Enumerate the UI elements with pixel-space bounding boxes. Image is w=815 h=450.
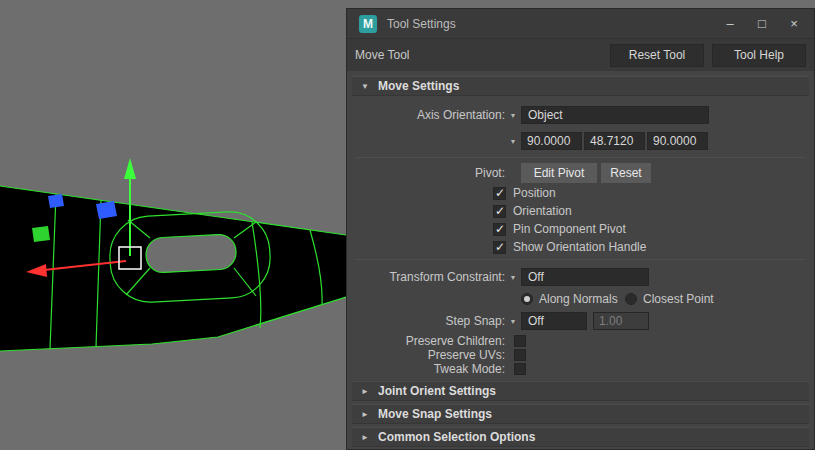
transform-constraint-select[interactable]: Off	[521, 268, 649, 286]
position-option-row: Position	[347, 184, 814, 202]
orientation-values-row: ▼	[347, 128, 814, 154]
along-normals-label: Along Normals	[539, 292, 618, 306]
axis-orientation-select[interactable]: Object	[521, 106, 709, 124]
preserve-uvs-row: Preserve UVs:	[347, 348, 814, 362]
constraint-mode-row: Along Normals Closest Point	[347, 290, 814, 308]
orient-y-field[interactable]	[584, 132, 645, 150]
pivot-row: Pivot: Edit Pivot Reset	[347, 162, 814, 184]
step-snap-increment-field	[593, 312, 649, 330]
axis-orientation-row: Axis Orientation: ▼ Object	[347, 102, 814, 128]
section-label-common-selection: Common Selection Options	[378, 430, 535, 444]
tweak-mode-row: Tweak Mode:	[347, 362, 814, 376]
axis-orientation-dropdown-icon[interactable]: ▼	[505, 112, 521, 119]
collapse-closed-icon[interactable]: ►	[352, 387, 378, 396]
position-checkbox[interactable]	[493, 187, 506, 200]
step-snap-select[interactable]: Off	[521, 312, 587, 330]
orientation-checkbox[interactable]	[493, 205, 506, 218]
maximize-button[interactable]: □	[746, 12, 778, 36]
preserve-children-label: Preserve Children:	[347, 334, 505, 348]
step-snap-label: Step Snap:	[347, 314, 505, 328]
tool-header-bar: Move Tool Reset Tool Tool Help	[347, 39, 814, 71]
minimize-button[interactable]: –	[714, 12, 746, 36]
position-label: Position	[513, 186, 556, 200]
show-orientation-handle-checkbox[interactable]	[493, 241, 506, 254]
window-title: Tool Settings	[387, 17, 456, 31]
collapse-open-icon[interactable]: ▼	[352, 82, 378, 91]
collapse-closed-icon[interactable]: ►	[352, 433, 378, 442]
pivot-label: Pivot:	[347, 166, 505, 180]
collapse-closed-icon[interactable]: ►	[352, 410, 378, 419]
orient-x-field[interactable]	[521, 132, 582, 150]
tool-settings-window: M Tool Settings – □ × Move Tool Reset To…	[346, 8, 815, 450]
orientation-label: Orientation	[513, 204, 572, 218]
pin-component-pivot-row: Pin Component Pivot	[347, 220, 814, 238]
section-header-move-settings[interactable]: ▼ Move Settings	[352, 76, 809, 96]
preserve-children-checkbox[interactable]	[514, 335, 526, 347]
step-snap-dropdown-icon[interactable]: ▼	[505, 318, 521, 325]
reset-tool-button[interactable]: Reset Tool	[610, 44, 704, 67]
tweak-mode-checkbox[interactable]	[514, 363, 526, 375]
tool-name: Move Tool	[355, 48, 409, 62]
closest-point-radio[interactable]	[625, 293, 637, 305]
maya-logo-icon: M	[359, 15, 377, 33]
section-label-move-settings: Move Settings	[378, 79, 459, 93]
section-header-common-selection[interactable]: ► Common Selection Options	[352, 427, 809, 447]
pin-component-pivot-label: Pin Component Pivot	[513, 222, 626, 236]
divider	[355, 259, 806, 260]
titlebar[interactable]: M Tool Settings – □ ×	[347, 9, 814, 39]
section-label-move-snap: Move Snap Settings	[378, 407, 492, 421]
section-label-joint-orient: Joint Orient Settings	[378, 384, 496, 398]
plane-handle-blue[interactable]	[96, 201, 117, 219]
step-snap-row: Step Snap: ▼ Off	[347, 308, 814, 334]
closest-point-label: Closest Point	[643, 292, 714, 306]
transform-constraint-row: Transform Constraint: ▼ Off	[347, 264, 814, 290]
section-header-joint-orient[interactable]: ► Joint Orient Settings	[352, 381, 809, 401]
tool-help-button[interactable]: Tool Help	[712, 44, 806, 67]
edit-pivot-button[interactable]: Edit Pivot	[521, 163, 597, 183]
plane-handle-blue-far[interactable]	[48, 194, 64, 208]
along-normals-option: Along Normals	[521, 292, 625, 306]
preserve-uvs-label: Preserve UVs:	[347, 348, 505, 362]
collapsed-sections: ► Joint Orient Settings ► Move Snap Sett…	[347, 381, 814, 447]
transform-constraint-dropdown-icon[interactable]: ▼	[505, 274, 521, 281]
show-orientation-handle-row: Show Orientation Handle	[347, 238, 814, 256]
closest-point-option: Closest Point	[625, 292, 729, 306]
show-orientation-handle-label: Show Orientation Handle	[513, 240, 646, 254]
axis-orientation-label: Axis Orientation:	[347, 108, 505, 122]
viewport-scene	[0, 0, 346, 450]
plane-handle-green[interactable]	[32, 226, 50, 242]
window-controls: – □ ×	[714, 12, 810, 36]
preserve-uvs-checkbox[interactable]	[514, 349, 526, 361]
pin-component-pivot-checkbox[interactable]	[493, 223, 506, 236]
reset-pivot-button[interactable]: Reset	[601, 163, 651, 183]
divider	[355, 157, 806, 158]
orientation-option-row: Orientation	[347, 202, 814, 220]
preserve-children-row: Preserve Children:	[347, 334, 814, 348]
orient-z-field[interactable]	[647, 132, 708, 150]
mesh-slot-hole	[145, 234, 237, 274]
section-header-move-snap[interactable]: ► Move Snap Settings	[352, 404, 809, 424]
viewport-3d[interactable]	[0, 0, 346, 450]
orientation-dropdown-icon[interactable]: ▼	[505, 138, 521, 145]
tweak-mode-label: Tweak Mode:	[347, 362, 505, 376]
close-button[interactable]: ×	[778, 12, 810, 36]
settings-content: ▼ Move Settings Axis Orientation: ▼ Obje…	[347, 71, 814, 449]
along-normals-radio[interactable]	[521, 293, 533, 305]
transform-constraint-label: Transform Constraint:	[347, 270, 505, 284]
